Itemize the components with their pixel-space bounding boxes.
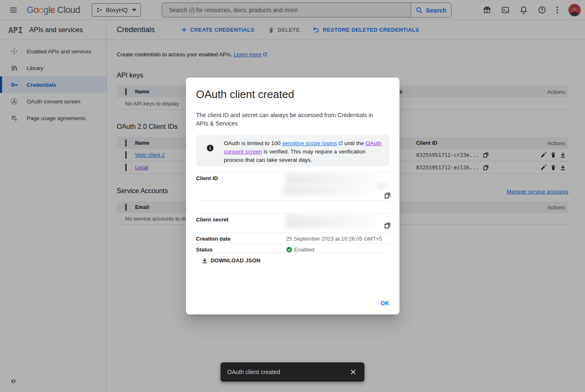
check-circle-icon [286,246,292,253]
info-text: OAuth is limited to 100 sensitive scope … [224,139,384,166]
client-secret-row: Client secret [196,214,389,233]
snackbar: OAuth client created [221,362,364,382]
info-icon [206,144,214,166]
creation-date-value: 25 September 2023 at 10:26:05 GMT+5 [286,236,389,244]
copy-icon[interactable] [384,222,391,229]
creation-date-row: Creation date 25 September 2023 at 10:26… [196,233,389,244]
download-icon [202,258,208,264]
copy-icon[interactable] [384,192,391,199]
close-icon[interactable] [349,367,358,377]
client-details: Client ID Client secret Creation date 25… [196,172,389,253]
redacted-client-id [286,173,379,184]
redacted-client-id [378,183,389,189]
redacted-row [196,200,389,214]
creation-date-label: Creation date [196,236,286,244]
info-banner: OAuth is limited to 100 sensitive scope … [196,135,389,166]
ok-button[interactable]: OK [379,297,391,309]
dialog-subtitle: The client ID and secret can always be a… [196,111,382,128]
client-id-label: Client ID [196,175,286,200]
client-secret-label: Client secret [196,216,286,233]
external-link-icon [338,141,343,146]
status-badge: Enabled [294,246,314,253]
snackbar-message: OAuth client created [227,369,349,375]
sensitive-scope-logins-link[interactable]: sensitive scope logins [282,140,337,146]
redacted-client-id [283,184,377,195]
oauth-client-created-dialog: OAuth client created The client ID and s… [186,78,399,314]
dialog-title: OAuth client created [196,88,294,101]
status-row: Status Enabled [196,244,389,253]
download-json-button[interactable]: DOWNLOAD JSON [202,257,261,264]
client-id-row: Client ID [196,172,389,200]
redacted-client-secret [286,215,379,228]
status-label: Status [196,246,286,253]
